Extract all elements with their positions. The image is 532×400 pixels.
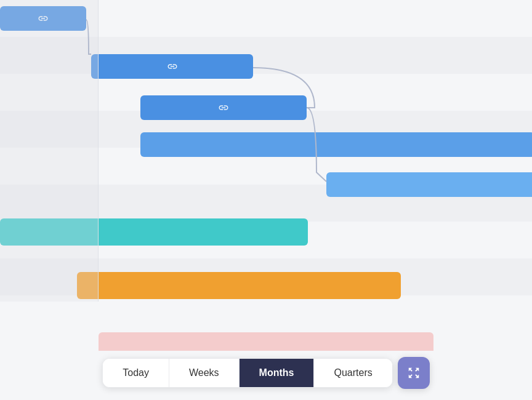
tab-weeks[interactable]: Weeks: [169, 359, 240, 387]
toolbar: Today Weeks Months Quarters: [0, 357, 532, 389]
link-icon: [167, 61, 178, 72]
gantt-container: Today Weeks Months Quarters: [0, 0, 532, 400]
gantt-bar-5[interactable]: [326, 172, 532, 197]
tab-group: Today Weeks Months Quarters: [102, 358, 392, 388]
gantt-bar-partial: [99, 332, 433, 351]
gantt-area: [0, 0, 532, 351]
gantt-bar-7[interactable]: [77, 272, 401, 299]
tab-today[interactable]: Today: [103, 359, 169, 387]
tab-months[interactable]: Months: [240, 359, 315, 387]
gantt-bar-3[interactable]: [140, 95, 307, 120]
sidebar-area: [0, 0, 99, 302]
gantt-bar-2[interactable]: [91, 54, 253, 79]
tab-quarters[interactable]: Quarters: [314, 359, 392, 387]
gantt-bar-4[interactable]: [140, 132, 532, 157]
expand-icon: [407, 366, 421, 380]
expand-button[interactable]: [398, 357, 430, 389]
link-icon: [218, 102, 229, 113]
